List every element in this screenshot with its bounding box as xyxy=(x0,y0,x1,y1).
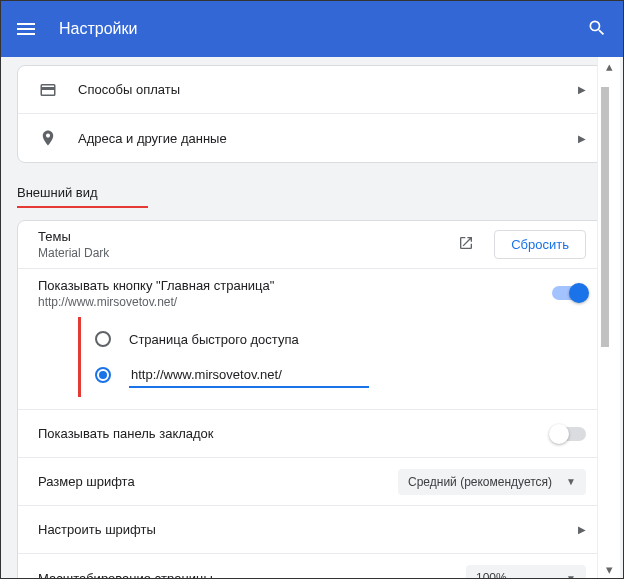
app-header: Настройки xyxy=(1,1,623,57)
font-size-value: Средний (рекомендуется) xyxy=(408,475,552,489)
reset-theme-button[interactable]: Сбросить xyxy=(494,230,586,259)
chevron-right-icon: ▶ xyxy=(578,84,586,95)
appearance-card: Темы Material Dark Сбросить Показывать к… xyxy=(17,220,607,578)
themes-label: Темы xyxy=(38,229,452,244)
page-title: Настройки xyxy=(59,20,137,38)
row-customize-fonts[interactable]: Настроить шрифты ▶ xyxy=(18,506,606,554)
menu-icon[interactable] xyxy=(17,23,35,35)
custom-homepage-input[interactable] xyxy=(129,363,369,388)
zoom-select[interactable]: 100% ▼ xyxy=(466,565,586,578)
row-home-button: Показывать кнопку "Главная страница" htt… xyxy=(18,269,606,317)
home-page-radio-group: Страница быстрого доступа xyxy=(18,317,606,410)
scroll-up-icon[interactable]: ▴ xyxy=(598,57,621,75)
radio-newtab-label: Страница быстрого доступа xyxy=(129,332,299,347)
bookmarks-bar-label: Показывать панель закладок xyxy=(38,426,552,441)
autofill-card: Способы оплаты ▶ Адреса и другие данные … xyxy=(17,65,607,163)
section-title-appearance: Внешний вид xyxy=(17,185,148,208)
location-icon xyxy=(38,128,58,148)
chevron-right-icon: ▶ xyxy=(578,524,586,535)
row-label: Адреса и другие данные xyxy=(78,131,578,146)
chevron-down-icon: ▼ xyxy=(566,476,576,487)
radio-newtab[interactable] xyxy=(95,331,111,347)
chevron-right-icon: ▶ xyxy=(578,133,586,144)
scrollbar-thumb[interactable] xyxy=(601,87,609,347)
scrollbar[interactable]: ▴ ▾ xyxy=(597,57,620,578)
home-button-toggle[interactable] xyxy=(552,286,586,300)
radio-row-newtab[interactable]: Страница быстрого доступа xyxy=(95,321,586,357)
font-size-label: Размер шрифта xyxy=(38,474,398,489)
row-label: Способы оплаты xyxy=(78,82,578,97)
highlight-bar xyxy=(78,317,81,397)
themes-current: Material Dark xyxy=(38,246,452,260)
row-addresses[interactable]: Адреса и другие данные ▶ xyxy=(18,114,606,162)
font-size-select[interactable]: Средний (рекомендуется) ▼ xyxy=(398,469,586,495)
row-bookmarks-bar: Показывать панель закладок xyxy=(18,410,606,458)
zoom-value: 100% xyxy=(476,571,507,578)
radio-row-custom[interactable] xyxy=(95,357,586,393)
row-payment-methods[interactable]: Способы оплаты ▶ xyxy=(18,66,606,114)
customize-fonts-label: Настроить шрифты xyxy=(38,522,578,537)
search-icon[interactable] xyxy=(587,18,607,41)
home-button-url: http://www.mirsovetov.net/ xyxy=(38,295,552,309)
credit-card-icon xyxy=(38,80,58,100)
open-external-icon[interactable] xyxy=(452,229,480,260)
home-button-label: Показывать кнопку "Главная страница" xyxy=(38,278,552,293)
row-font-size: Размер шрифта Средний (рекомендуется) ▼ xyxy=(18,458,606,506)
settings-content: Способы оплаты ▶ Адреса и другие данные … xyxy=(1,57,623,578)
chevron-down-icon: ▼ xyxy=(566,573,576,579)
row-themes[interactable]: Темы Material Dark Сбросить xyxy=(18,221,606,269)
row-page-zoom: Масштабирование страницы 100% ▼ xyxy=(18,554,606,578)
scroll-down-icon[interactable]: ▾ xyxy=(598,560,621,578)
radio-custom[interactable] xyxy=(95,367,111,383)
zoom-label: Масштабирование страницы xyxy=(38,571,466,579)
bookmarks-bar-toggle[interactable] xyxy=(552,427,586,441)
